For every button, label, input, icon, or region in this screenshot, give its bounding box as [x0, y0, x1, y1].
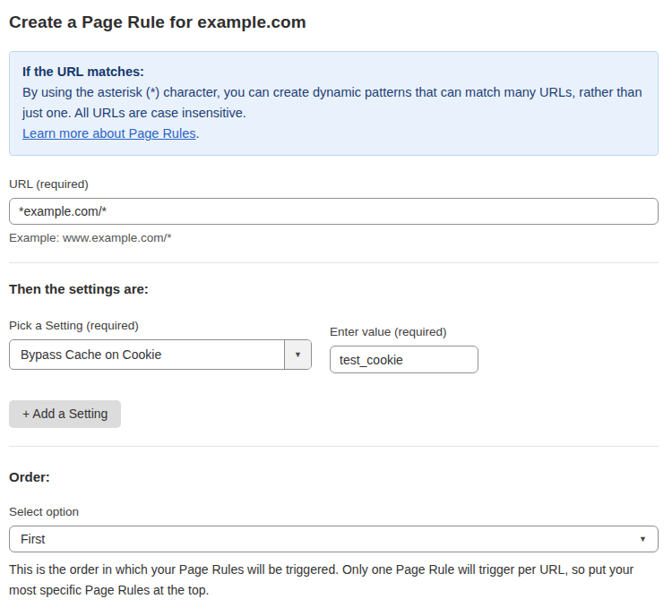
url-match-info-box: If the URL matches: By using the asteris…: [9, 51, 659, 156]
order-select-label: Select option: [9, 505, 659, 518]
setting-picker-column: Pick a Setting (required) Bypass Cache o…: [9, 319, 312, 370]
setting-select[interactable]: Bypass Cache on Cookie ▼: [9, 339, 312, 370]
add-setting-button[interactable]: + Add a Setting: [9, 400, 121, 428]
order-select-value: First: [21, 532, 45, 546]
learn-more-link[interactable]: Learn more about Page Rules: [22, 126, 195, 141]
section-divider: [9, 446, 659, 447]
url-field-label: URL (required): [9, 177, 659, 191]
link-period: .: [195, 126, 199, 141]
enter-value-label: Enter value (required): [330, 325, 478, 338]
order-section-heading: Order:: [9, 469, 659, 484]
order-select[interactable]: First ▼: [9, 526, 659, 552]
setting-select-arrow-button[interactable]: ▼: [284, 340, 311, 369]
section-divider: [9, 262, 659, 263]
chevron-down-icon: ▼: [294, 351, 302, 359]
order-description: This is the order in which your Page Rul…: [9, 560, 654, 601]
create-page-rule-form: Create a Page Rule for example.com If th…: [0, 0, 672, 616]
setting-row: Pick a Setting (required) Bypass Cache o…: [9, 319, 659, 373]
url-example-helper: Example: www.example.com/*: [9, 231, 659, 244]
info-box-link-line: Learn more about Page Rules.: [22, 124, 645, 144]
setting-value-column: Enter value (required): [330, 319, 478, 373]
page-title: Create a Page Rule for example.com: [9, 13, 659, 32]
setting-value-input[interactable]: [330, 346, 478, 373]
info-box-heading: If the URL matches:: [22, 62, 645, 82]
url-input[interactable]: [9, 198, 659, 225]
settings-section-heading: Then the settings are:: [9, 281, 659, 296]
info-box-body: By using the asterisk (*) character, you…: [22, 82, 645, 124]
setting-select-value: Bypass Cache on Cookie: [10, 340, 284, 369]
pick-setting-label: Pick a Setting (required): [9, 319, 312, 332]
chevron-down-icon: ▼: [639, 535, 647, 543]
